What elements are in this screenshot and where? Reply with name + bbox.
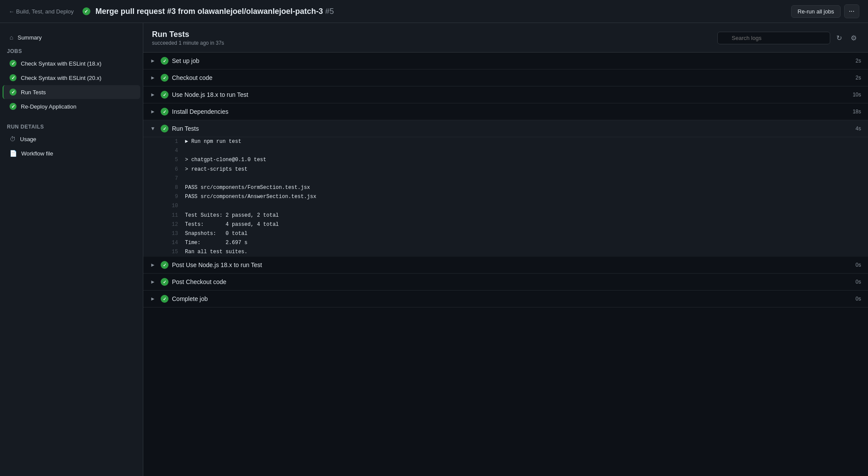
job-status-icon bbox=[10, 103, 17, 110]
run-panel-info: Run Tests succeeded 1 minute ago in 37s bbox=[152, 30, 224, 46]
run-panel-title: Run Tests bbox=[152, 30, 224, 39]
step-success-icon bbox=[161, 278, 168, 286]
log-line-number: 7 bbox=[164, 175, 178, 183]
log-line-number: 4 bbox=[164, 147, 178, 155]
search-wrapper: 🔍 bbox=[717, 32, 830, 44]
search-logs-input[interactable] bbox=[717, 32, 830, 44]
sidebar-item-summary[interactable]: ⌂ Summary bbox=[3, 30, 140, 44]
step-duration: 2s bbox=[855, 58, 861, 64]
chevron-down-icon: ▼ bbox=[150, 126, 157, 132]
log-line-number: 15 bbox=[164, 248, 178, 256]
refresh-button[interactable]: ↻ bbox=[834, 31, 845, 45]
sidebar-usage-label: Usage bbox=[20, 136, 36, 142]
chevron-right-icon: ► bbox=[150, 279, 157, 285]
sidebar-item-usage[interactable]: ⏱ Usage bbox=[3, 132, 140, 146]
settings-button[interactable]: ⚙ bbox=[848, 31, 859, 45]
step-success-icon bbox=[161, 261, 168, 269]
more-options-button[interactable]: ··· bbox=[844, 4, 859, 18]
workflow-file-icon: 📄 bbox=[10, 150, 17, 157]
log-line: 9 PASS src/components/AnswerSection.test… bbox=[143, 192, 868, 202]
log-line-number: 13 bbox=[164, 230, 178, 238]
top-bar: ← Build, Test, and Deploy Merge pull req… bbox=[0, 0, 868, 23]
log-line: 6 > react-scripts test bbox=[143, 165, 868, 174]
step-success-icon bbox=[161, 57, 168, 65]
jobs-section-label: Jobs bbox=[0, 45, 143, 56]
step-success-icon bbox=[161, 125, 168, 132]
log-line: 11 Test Suites: 2 passed, 2 total bbox=[143, 211, 868, 220]
log-line-content: ► Run npm run test bbox=[185, 138, 241, 146]
step-duration: 2s bbox=[855, 75, 861, 81]
back-arrow-icon: ← bbox=[9, 8, 14, 15]
job-status-icon bbox=[10, 74, 17, 81]
step-label: Complete job bbox=[172, 295, 852, 302]
step-row-checkout-code[interactable]: ► Checkout code 2s bbox=[143, 69, 868, 86]
rerun-all-jobs-button[interactable]: Re-run all jobs bbox=[791, 5, 841, 18]
step-row-post-use-nodejs[interactable]: ► Post Use Node.js 18.x to run Test 0s bbox=[143, 257, 868, 274]
log-line-number: 12 bbox=[164, 221, 178, 229]
step-duration: 0s bbox=[855, 279, 861, 285]
step-label: Use Node.js 18.x to run Test bbox=[172, 91, 849, 98]
sidebar-item-redeploy[interactable]: Re-Deploy Application bbox=[3, 99, 140, 113]
chevron-right-icon: ► bbox=[150, 109, 157, 115]
sidebar-item-workflow-file[interactable]: 📄 Workflow file bbox=[3, 146, 140, 160]
sidebar-job-label: Check Syntax with ESLint (18.x) bbox=[21, 60, 102, 67]
chevron-right-icon: ► bbox=[150, 58, 157, 64]
step-label: Post Checkout code bbox=[172, 278, 852, 285]
workflow-status-icon bbox=[83, 7, 90, 15]
step-duration: 0s bbox=[855, 262, 861, 268]
step-row-post-checkout[interactable]: ► Post Checkout code 0s bbox=[143, 274, 868, 291]
step-row-complete-job[interactable]: ► Complete job 0s bbox=[143, 291, 868, 307]
log-line-content: PASS src/components/FormSection.test.jsx bbox=[185, 184, 310, 192]
step-success-icon bbox=[161, 74, 168, 82]
step-success-icon bbox=[161, 295, 168, 303]
back-link[interactable]: ← Build, Test, and Deploy bbox=[9, 8, 74, 15]
top-bar-left: ← Build, Test, and Deploy bbox=[9, 8, 74, 15]
main-layout: ⌂ Summary Jobs Check Syntax with ESLint … bbox=[0, 23, 868, 476]
log-line-number: 5 bbox=[164, 156, 178, 164]
usage-icon: ⏱ bbox=[10, 136, 16, 142]
sidebar-summary-label: Summary bbox=[17, 34, 42, 41]
log-line: 14 Time: 2.697 s bbox=[143, 238, 868, 248]
log-line-content: Ran all test suites. bbox=[185, 248, 248, 256]
sidebar-item-check-eslint-18[interactable]: Check Syntax with ESLint (18.x) bbox=[3, 56, 140, 70]
step-success-icon bbox=[161, 91, 168, 99]
sidebar: ⌂ Summary Jobs Check Syntax with ESLint … bbox=[0, 23, 143, 476]
sidebar-item-check-eslint-20[interactable]: Check Syntax with ESLint (20.x) bbox=[3, 71, 140, 85]
log-line-content: > react-scripts test bbox=[185, 165, 248, 174]
chevron-right-icon: ► bbox=[150, 75, 157, 81]
log-line-content: > chatgpt-clone@0.1.0 test bbox=[185, 156, 266, 164]
log-line-number: 10 bbox=[164, 202, 178, 210]
step-row-set-up-job[interactable]: ► Set up job 2s bbox=[143, 53, 868, 69]
log-line-number: 1 bbox=[164, 138, 178, 146]
log-line-number: 14 bbox=[164, 239, 178, 247]
log-line: 4 bbox=[143, 146, 868, 155]
step-success-icon bbox=[161, 108, 168, 116]
log-line: 1 ► Run npm run test bbox=[143, 137, 868, 146]
log-line-content: PASS src/components/AnswerSection.test.j… bbox=[185, 193, 316, 201]
log-line-number: 6 bbox=[164, 165, 178, 174]
log-line: 5 > chatgpt-clone@0.1.0 test bbox=[143, 155, 868, 165]
step-row-run-tests[interactable]: ▼ Run Tests 4s bbox=[143, 120, 868, 137]
chevron-right-icon: ► bbox=[150, 262, 157, 268]
title-area: Merge pull request #3 from olawanlejoel/… bbox=[74, 7, 791, 16]
step-row-install-deps[interactable]: ► Install Dependencies 18s bbox=[143, 103, 868, 120]
run-details-section-label: Run details bbox=[0, 120, 143, 132]
chevron-right-icon: ► bbox=[150, 296, 157, 302]
steps-container: ► Set up job 2s ► Checkout code 2s ► Use… bbox=[143, 53, 868, 476]
log-line-content: Time: 2.697 s bbox=[185, 239, 248, 247]
run-panel-subtitle: succeeded 1 minute ago in 37s bbox=[152, 40, 224, 46]
content-area: Run Tests succeeded 1 minute ago in 37s … bbox=[143, 23, 868, 476]
step-duration: 18s bbox=[853, 109, 861, 115]
step-row-use-nodejs[interactable]: ► Use Node.js 18.x to run Test 10s bbox=[143, 86, 868, 103]
sidebar-workflow-label: Workflow file bbox=[21, 150, 53, 157]
step-duration: 10s bbox=[853, 92, 861, 98]
sidebar-item-run-tests[interactable]: Run Tests bbox=[3, 85, 140, 99]
top-bar-right: Re-run all jobs ··· bbox=[791, 4, 859, 18]
log-line: 10 bbox=[143, 202, 868, 211]
log-output: 1 ► Run npm run test 4 5 > chatgpt-clone… bbox=[143, 137, 868, 257]
log-line-content: Snapshots: 0 total bbox=[185, 230, 248, 238]
run-number: #5 bbox=[325, 7, 334, 16]
sidebar-job-label: Run Tests bbox=[21, 89, 46, 96]
log-line: 8 PASS src/components/FormSection.test.j… bbox=[143, 183, 868, 192]
log-line-number: 8 bbox=[164, 184, 178, 192]
